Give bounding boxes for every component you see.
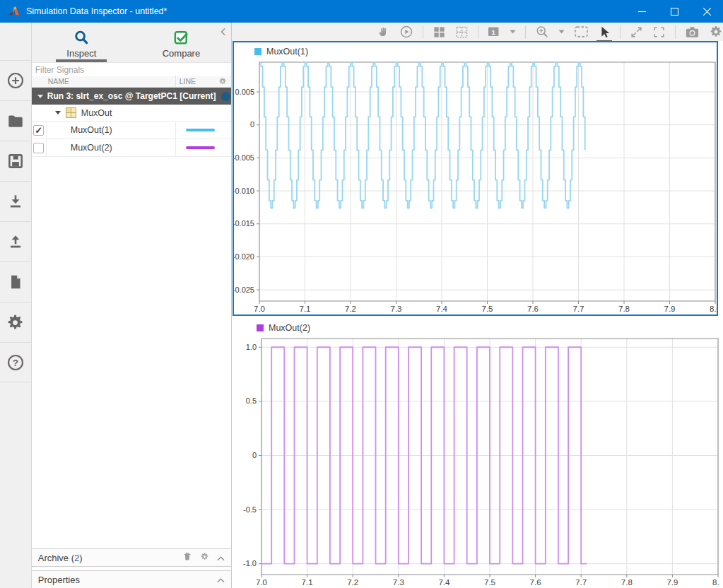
open-button[interactable] — [0, 100, 31, 141]
preferences-button[interactable] — [0, 302, 31, 342]
layout-grid-button[interactable] — [433, 25, 446, 39]
svg-text:-0.025: -0.025 — [234, 286, 254, 294]
signal-name[interactable]: MuxOut(2) — [47, 143, 175, 153]
toolbar-separator — [620, 25, 621, 39]
camera-icon — [685, 25, 700, 39]
svg-text:1.0: 1.0 — [246, 343, 257, 351]
minimize-button[interactable] — [625, 0, 658, 23]
view-count-button[interactable]: 1 — [488, 26, 500, 37]
signal-checkbox-muxout1[interactable] — [33, 125, 44, 136]
sidebar: ? — [0, 23, 32, 588]
svg-text:7.5: 7.5 — [482, 305, 493, 313]
plot-area-muxout2[interactable]: 7.07.17.27.37.47.57.67.77.87.98.01.00.50… — [236, 337, 719, 588]
group-expander-caret-icon[interactable] — [55, 111, 61, 114]
archive-section-header[interactable]: Archive (2) — [32, 548, 231, 567]
maximize-icon — [671, 8, 678, 16]
chart-muxout1[interactable]: MuxOut(1) 7.07.17.27.37.47.57.67.77.87.9… — [233, 41, 718, 316]
toolbar-separator — [675, 25, 676, 39]
run-expander-caret-icon[interactable] — [37, 95, 43, 98]
fit-to-view-button[interactable] — [574, 25, 589, 38]
save-button[interactable] — [0, 141, 31, 181]
toolbar-separator — [525, 25, 526, 39]
legend-label: MuxOut(2) — [269, 323, 310, 333]
archive-collapse-chevron-icon[interactable] — [217, 553, 225, 563]
expand-button[interactable] — [630, 25, 643, 39]
select-cursor-button[interactable] — [598, 25, 611, 39]
svg-text:7.4: 7.4 — [438, 578, 450, 587]
active-tab-indicator — [56, 59, 107, 62]
signal-row-muxout2: MuxOut(2) — [32, 139, 231, 157]
column-header-line: LINE — [180, 77, 196, 86]
svg-text:7.9: 7.9 — [666, 578, 678, 587]
svg-text:7.2: 7.2 — [345, 305, 356, 313]
tab-compare-label: Compare — [163, 48, 200, 59]
help-icon: ? — [6, 353, 25, 372]
svg-text:7.8: 7.8 — [621, 578, 633, 587]
subplot-grid-button[interactable] — [455, 25, 469, 39]
chart-muxout2[interactable]: MuxOut(2) 7.07.17.27.37.47.57.67.77.87.9… — [236, 319, 719, 588]
report-button[interactable] — [0, 261, 31, 302]
svg-text:-0.020: -0.020 — [234, 252, 254, 261]
close-button[interactable] — [690, 0, 723, 23]
export-button[interactable] — [0, 221, 31, 261]
maximize-button[interactable] — [658, 0, 690, 23]
column-settings-gear-icon[interactable] — [218, 77, 227, 87]
fullscreen-button[interactable] — [652, 25, 666, 39]
help-button[interactable]: ? — [0, 342, 31, 382]
svg-text:0.005: 0.005 — [235, 88, 254, 96]
svg-text:7.5: 7.5 — [484, 578, 495, 587]
mux-signal-icon — [66, 107, 76, 118]
replay-button[interactable] — [399, 25, 413, 39]
view-count-dropdown[interactable] — [510, 30, 516, 34]
export-arrow-icon — [6, 233, 25, 251]
plot-area-muxout1[interactable]: 7.07.17.27.37.47.57.67.77.87.98.00.0050-… — [234, 61, 717, 314]
svg-text:7.0: 7.0 — [256, 578, 267, 587]
archive-gear-icon[interactable] — [200, 552, 209, 563]
svg-text:-0.5: -0.5 — [243, 505, 257, 514]
tab-inspect-label: Inspect — [66, 48, 96, 59]
filter-signals-row — [32, 63, 231, 76]
import-button[interactable] — [0, 181, 31, 221]
add-circle-icon — [6, 71, 25, 90]
fit-to-view-icon — [574, 25, 589, 38]
titlebar: Simulation Data Inspector - untitled* — [0, 0, 723, 23]
signal-line-swatch[interactable] — [186, 146, 215, 149]
chart-legend: MuxOut(2) — [236, 319, 719, 337]
snapshot-button[interactable] — [685, 25, 700, 39]
document-icon — [6, 273, 25, 291]
svg-text:7.1: 7.1 — [302, 578, 313, 587]
properties-section-header[interactable]: Properties — [32, 570, 231, 588]
tab-inspect[interactable]: Inspect — [32, 23, 131, 62]
archive-trash-icon[interactable] — [182, 551, 192, 564]
charts-canvas: MuxOut(1) 7.07.17.27.37.47.57.67.77.87.9… — [232, 41, 723, 588]
collapse-panel-button[interactable] — [220, 26, 226, 39]
fullscreen-brackets-icon — [652, 25, 666, 39]
close-icon — [703, 8, 711, 16]
svg-text:7.3: 7.3 — [393, 578, 404, 587]
pan-hand-icon — [377, 25, 390, 39]
svg-text:1: 1 — [492, 28, 496, 36]
pan-hand-button[interactable] — [377, 25, 390, 39]
run-row[interactable]: Run 3: slrt_ex_osc @ TargetPC1 [Current] — [32, 88, 231, 105]
signal-name[interactable]: MuxOut(1) — [47, 125, 175, 135]
svg-text:-1.0: -1.0 — [243, 559, 257, 568]
panel-tabs: Inspect Compare — [32, 23, 231, 63]
properties-collapse-chevron-icon[interactable] — [217, 575, 225, 585]
signal-checkbox-muxout2[interactable] — [33, 143, 44, 153]
select-cursor-icon — [598, 25, 611, 39]
chart-settings-button[interactable] — [709, 25, 723, 39]
svg-text:0: 0 — [250, 120, 254, 129]
svg-text:7.0: 7.0 — [254, 305, 265, 313]
new-button[interactable] — [0, 60, 31, 100]
tab-compare[interactable]: Compare — [131, 23, 231, 62]
svg-text:7.4: 7.4 — [436, 305, 448, 313]
zoom-dropdown[interactable] — [558, 30, 565, 34]
open-folder-icon — [6, 112, 25, 130]
svg-text:-0.010: -0.010 — [234, 187, 254, 195]
chart-toolbar: 1 — [232, 23, 723, 41]
zoom-in-button[interactable] — [535, 25, 549, 39]
caret-down-icon — [510, 30, 516, 34]
filter-signals-input[interactable] — [32, 64, 231, 76]
signal-group-row[interactable]: MuxOut — [32, 105, 231, 122]
signal-line-swatch[interactable] — [186, 129, 215, 131]
